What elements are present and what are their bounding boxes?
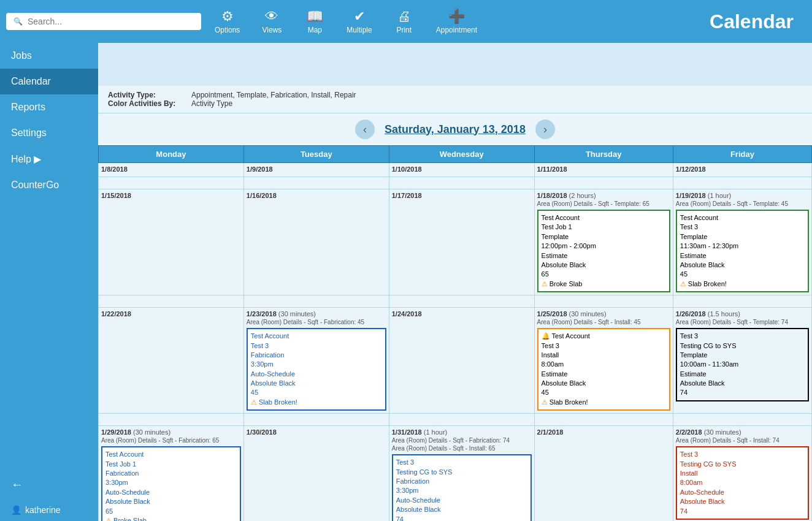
event-line: Absolute Black [680, 260, 805, 270]
date-sub: Area (Room) Details - Sqft - Install: 74 [676, 437, 809, 444]
date-label: 1/30/2018 [247, 428, 386, 436]
calendar-nav: ‹ Saturday, January 13, 2018 › [98, 113, 812, 145]
calendar-cell[interactable]: 1/23/2018 (30 minutes)Area (Room) Detail… [243, 308, 389, 414]
col-friday: Friday [673, 146, 811, 163]
event-line: Test 3 [680, 332, 805, 341]
calendar-empty-cell [99, 177, 244, 189]
event-line: 45 [251, 388, 382, 397]
event-line: 3:30pm [251, 360, 382, 369]
options-button[interactable]: ⚙ Options [207, 6, 247, 37]
calendar-cell[interactable]: 1/24/2018 [389, 308, 534, 414]
date-sub: Area (Room) Details - Sqft - Fabrication… [101, 437, 241, 444]
event-line: 3:30pm [105, 478, 237, 487]
sidebar-item-jobs[interactable]: Jobs [0, 43, 98, 69]
sidebar-item-countergo[interactable]: CounterGo [0, 172, 98, 198]
next-week-button[interactable]: › [535, 120, 555, 139]
calendar-cell[interactable]: 1/15/2018 [99, 189, 244, 295]
appointment-button[interactable]: ➕ Appointment [429, 6, 485, 37]
date-sub: Area (Room) Details - Sqft - Template: 4… [676, 200, 809, 207]
date-sub: Area (Room) Details - Sqft - Install: 45 [537, 319, 670, 325]
date-sub: Area (Room) Details - Sqft - Template: 6… [537, 200, 670, 207]
print-icon: 🖨 [397, 9, 411, 25]
calendar-cell[interactable]: 1/30/2018 [243, 426, 389, 521]
multiple-button[interactable]: ✔ Multiple [339, 6, 379, 37]
calendar-cell[interactable]: 1/8/2018 [99, 163, 244, 177]
calendar-cell[interactable]: 2/1/2018 [534, 426, 673, 521]
prev-week-button[interactable]: ‹ [355, 120, 375, 139]
calendar-cell[interactable]: 1/25/2018 (30 minutes)Area (Room) Detail… [534, 308, 673, 414]
event-line: Testing CG to SYS [680, 341, 805, 351]
print-button[interactable]: 🖨 Print [386, 6, 423, 37]
appointment-icon: ➕ [448, 9, 465, 25]
event-line: Testing CG to SYS [680, 460, 805, 469]
event-line: Auto-Schedule [396, 496, 527, 505]
date-sub: Area (Room) Details - Sqft - Template: 7… [676, 319, 809, 325]
event-line: Test Account [105, 450, 237, 459]
calendar-cell[interactable]: 1/12/2018 [673, 163, 811, 177]
sidebar-item-calendar[interactable]: Calendar [0, 69, 98, 94]
event-line: 65 [105, 507, 237, 516]
event-card[interactable]: Test 3Testing CG to SYSFabrication3:30pm… [392, 454, 532, 521]
map-button[interactable]: 📖 Map [296, 6, 333, 37]
views-icon: 👁 [265, 9, 278, 25]
event-line: Test 3 [680, 222, 805, 232]
sidebar-item-settings[interactable]: Settings [0, 120, 98, 146]
calendar-empty-cell [243, 414, 389, 426]
event-line: Estimate [542, 370, 666, 379]
calendar-cell[interactable]: 1/17/2018 [389, 189, 534, 295]
calendar-cell[interactable]: 1/10/2018 [389, 163, 534, 177]
date-label: 1/29/2018 (30 minutes) [101, 428, 241, 436]
user-profile[interactable]: 👤 katherine [0, 499, 98, 521]
options-icon: ⚙ [221, 9, 234, 25]
event-warn: ⚠ Slab Broken! [542, 398, 666, 407]
calendar-cell[interactable]: 1/26/2018 (1.5 hours)Area (Room) Details… [673, 308, 811, 414]
event-line: Estimate [680, 370, 805, 379]
search-box[interactable]: 🔍 [6, 13, 201, 30]
event-line: 3:30pm [396, 486, 527, 495]
calendar-cell[interactable]: 2/2/2018 (30 minutes)Area (Room) Details… [673, 426, 811, 521]
event-line: Template [680, 232, 805, 241]
col-thursday: Thursday [534, 146, 673, 163]
event-card[interactable]: Test 3Testing CG to SYSTemplate10:00am -… [676, 328, 809, 401]
search-input[interactable] [28, 17, 194, 26]
event-card[interactable]: Test AccountTest Job 1Fabrication3:30pmA… [101, 446, 241, 521]
event-line: Test Job 1 [105, 460, 237, 469]
col-wednesday: Wednesday [389, 146, 534, 163]
calendar-cell[interactable]: 1/31/2018 (1 hour)Area (Room) Details - … [389, 426, 534, 521]
event-line: 74 [396, 515, 527, 521]
calendar-empty-cell [243, 177, 389, 189]
calendar-cell[interactable]: 1/18/2018 (2 hours)Area (Room) Details -… [534, 189, 673, 295]
calendar-empty-cell [673, 295, 811, 308]
event-card[interactable]: Test 3Testing CG to SYSInstall8:00amAuto… [676, 446, 809, 520]
calendar-cell[interactable]: 1/29/2018 (30 minutes)Area (Room) Detail… [99, 426, 244, 521]
calendar-cell[interactable]: 1/19/2018 (1 hour)Area (Room) Details - … [673, 189, 811, 295]
event-line: Template [680, 351, 805, 360]
event-card[interactable]: Test AccountTest Job 1Template12:00pm - … [537, 210, 670, 292]
event-warn: ⚠ Broke Slab [105, 516, 237, 521]
event-line: Absolute Black [680, 379, 805, 388]
date-label: 1/8/2018 [101, 165, 241, 173]
event-line: Absolute Black [542, 379, 666, 388]
page-title: Calendar [710, 10, 806, 33]
date-label: 1/15/2018 [101, 192, 241, 199]
event-card[interactable]: 🔔 Test AccountTest 3Install8:00amEstimat… [537, 328, 670, 411]
topbar: 🔍 ⚙ Options 👁 Views 📖 Map ✔ Multiple 🖨 P… [0, 0, 812, 43]
date-label: 1/26/2018 (1.5 hours) [676, 310, 809, 318]
main-content: Activity Type: Appointment, Template, Fa… [98, 86, 812, 521]
event-line: Test 3 [251, 341, 382, 351]
calendar-cell[interactable]: 1/11/2018 [534, 163, 673, 177]
calendar-cell[interactable]: 1/16/2018 [243, 189, 389, 295]
sidebar-item-reports[interactable]: Reports [0, 94, 98, 120]
username-label: katherine [25, 505, 61, 515]
event-card[interactable]: Test AccountTest 3Fabrication3:30pmAuto-… [247, 328, 386, 411]
views-button[interactable]: 👁 Views [253, 6, 290, 37]
calendar-cell[interactable]: 1/9/2018 [243, 163, 389, 177]
sidebar-item-help[interactable]: Help ▶ [0, 146, 98, 172]
activity-bar: Activity Type: Appointment, Template, Fa… [98, 86, 812, 113]
calendar-empty-cell [389, 177, 534, 189]
sidebar-collapse-arrow[interactable]: ← [0, 470, 98, 499]
calendar-cell[interactable]: 1/22/2018 [99, 308, 244, 414]
date-label: 1/19/2018 (1 hour) [676, 192, 809, 199]
event-warn: ⚠ Slab Broken! [680, 280, 805, 289]
event-card[interactable]: Test AccountTest 3Template11:30am - 12:3… [676, 210, 809, 292]
